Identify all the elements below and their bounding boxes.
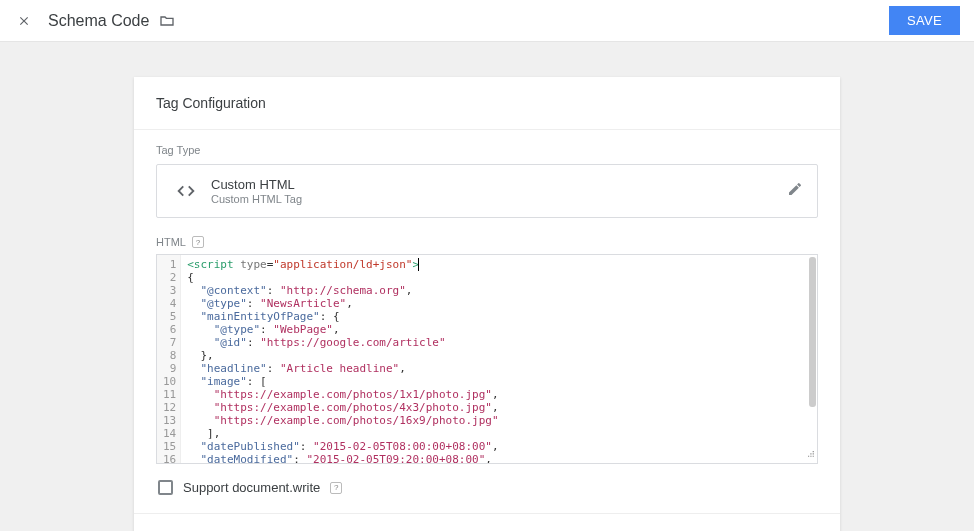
html-field-label: HTML ?	[156, 236, 818, 248]
tag-type-label: Tag Type	[156, 144, 818, 156]
close-icon[interactable]	[14, 11, 34, 31]
config-panel: Tag Configuration Tag Type Custom HTML C…	[134, 77, 840, 531]
save-button[interactable]: SAVE	[889, 6, 960, 35]
resize-handle-icon[interactable]	[801, 444, 815, 461]
pencil-icon[interactable]	[787, 181, 803, 201]
page-title: Schema Code	[48, 12, 149, 30]
scrollbar-thumb[interactable]	[809, 257, 816, 407]
tag-type-name: Custom HTML	[211, 177, 787, 192]
top-bar: Schema Code SAVE	[0, 0, 974, 42]
tag-type-sub: Custom HTML Tag	[211, 193, 787, 205]
document-write-checkbox-row: Support document.write ?	[158, 480, 818, 495]
advanced-settings-toggle[interactable]: Advanced Settings	[134, 513, 840, 531]
tag-type-card[interactable]: Custom HTML Custom HTML Tag	[156, 164, 818, 218]
panel-title: Tag Configuration	[134, 77, 840, 130]
code-brackets-icon	[171, 180, 201, 202]
help-icon[interactable]: ?	[330, 482, 342, 494]
document-write-label: Support document.write	[183, 480, 320, 495]
help-icon[interactable]: ?	[192, 236, 204, 248]
html-code-editor[interactable]: 12345678910111213141516171819 <script ty…	[156, 254, 818, 464]
folder-icon[interactable]	[159, 13, 175, 29]
document-write-checkbox[interactable]	[158, 480, 173, 495]
